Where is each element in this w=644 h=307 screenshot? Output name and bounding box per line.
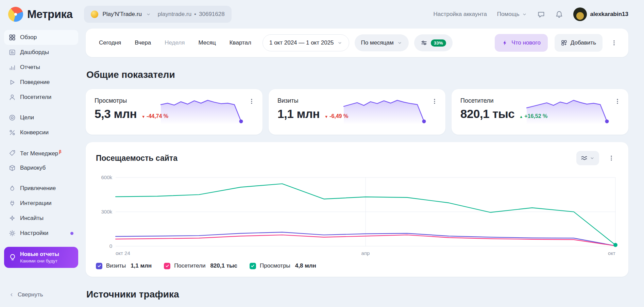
brand-name: Метрика (27, 8, 72, 21)
sidebar-item-label: Настройки (20, 230, 48, 237)
sidebar-item-behavior[interactable]: Поведение (4, 75, 78, 90)
chart-menu-button[interactable] (605, 151, 618, 165)
svg-text:окт: окт (608, 250, 615, 256)
add-widget-button[interactable]: Добавить (555, 34, 603, 52)
bell-icon[interactable] (555, 11, 563, 18)
date-range-picker[interactable]: 1 окт 2024 — 1 окт 2025 (262, 34, 349, 51)
checkbox-checked-icon[interactable] (250, 263, 256, 269)
sidebar-item-attraction[interactable]: Привлечение (4, 181, 78, 196)
kebab-icon (249, 98, 255, 104)
toolbar: Сегодня Вчера Неделя Месяц Квартал 1 окт… (86, 29, 628, 57)
kebab-icon (614, 98, 621, 104)
sidebar-item-tag-manager[interactable]: Тег Менеджерβ (4, 146, 78, 160)
card-menu-button[interactable] (428, 95, 441, 108)
help-menu[interactable]: Помощь (497, 11, 527, 18)
sidebar-item-insights[interactable]: Инсайты (4, 211, 78, 226)
period-week-button[interactable]: Неделя (159, 36, 190, 50)
sparkline-chart (158, 98, 243, 125)
sidebar-item-integrations[interactable]: Интеграции (4, 196, 78, 211)
sidebar-item-conversions[interactable]: Конверсии (4, 125, 78, 140)
new-reports-banner[interactable]: Новые отчеты Какими они будут (4, 247, 78, 268)
metric-card-views[interactable]: Просмотры 5,3 млн ▼ -44,74 % (86, 89, 262, 135)
period-yesterday-button[interactable]: Вчера (129, 36, 157, 50)
chart-title: Посещаемость сайта (96, 154, 177, 163)
collapse-sidebar-button[interactable]: Свернуть (4, 288, 78, 302)
checkbox-checked-icon[interactable] (164, 263, 170, 269)
whats-new-button[interactable]: Что нового (495, 34, 548, 52)
traffic-chart-card: Посещаемость сайта 600k300k0окт 24апрокт… (86, 142, 628, 277)
whats-new-label: Что нового (511, 39, 541, 46)
metric-card-visits[interactable]: Визиты 1,1 млн ▼ -6,49 % (269, 89, 445, 135)
kebab-icon (608, 155, 614, 161)
period-month-button[interactable]: Месяц (192, 36, 221, 50)
check-icon (165, 264, 169, 268)
sidebar-item-goals[interactable]: Цели (4, 110, 78, 125)
chevron-down-icon (337, 40, 342, 46)
svg-text:600k: 600k (101, 174, 112, 180)
date-range-value: 1 окт 2024 — 1 окт 2025 (269, 39, 334, 46)
metrica-logo-icon (8, 7, 23, 22)
sidebar-item-settings[interactable]: Настройки (4, 226, 78, 241)
toolbar-more-button[interactable] (607, 36, 621, 50)
user-menu[interactable]: alexkarabin13 (573, 7, 628, 21)
bar-chart-icon (9, 64, 16, 71)
card-menu-button[interactable] (611, 95, 624, 108)
chevron-down-icon (397, 40, 402, 46)
collapse-label: Свернуть (18, 291, 43, 298)
percent-icon (9, 129, 16, 136)
sidebar-item-label: Цели (20, 114, 34, 121)
legend-item-visitors[interactable]: Посетители 820,1 тыс (164, 262, 237, 269)
sidebar-item-dashboards[interactable]: Дашборды (4, 45, 78, 60)
lightning-icon (502, 40, 508, 46)
tag-icon (9, 150, 16, 156)
period-quarter-button[interactable]: Квартал (224, 36, 257, 50)
chart-type-button[interactable] (576, 151, 599, 165)
sidebar-item-label: Посетители (20, 94, 51, 101)
chevron-down-icon (522, 12, 527, 17)
plug-icon (9, 200, 16, 207)
chevron-down-icon (146, 12, 151, 17)
main-content: Сегодня Вчера Неделя Месяц Квартал 1 окт… (82, 29, 644, 307)
sidebar: Обзор Дашборды Отчеты Поведение Посетите… (0, 29, 82, 307)
card-menu-button[interactable] (245, 95, 258, 108)
sidebar-item-visitors[interactable]: Посетители (4, 90, 78, 105)
metric-card-visitors[interactable]: Посетители 820,1 тыс ▲ +16,52 % (452, 89, 628, 135)
sidebar-item-variocube[interactable]: Вариокуб (4, 160, 78, 175)
sidebar-item-reports[interactable]: Отчеты (4, 60, 78, 75)
beta-badge: β (59, 149, 61, 154)
legend-value: 1,1 млн (131, 262, 152, 269)
legend-item-visits[interactable]: Визиты 1,1 млн (96, 262, 152, 269)
topbar-right: Настройка аккаунта Помощь alexkarabin13 (434, 7, 628, 21)
grouping-select[interactable]: По месяцам (355, 34, 409, 51)
sidebar-item-overview[interactable]: Обзор (4, 30, 78, 45)
kebab-icon (611, 40, 617, 46)
kebab-icon (431, 98, 438, 104)
sampling-button[interactable]: 33% (414, 34, 453, 51)
svg-text:300k: 300k (101, 209, 112, 215)
grid-icon (9, 34, 16, 41)
traffic-sources-title: Источники трафика (86, 289, 628, 300)
username: alexkarabin13 (590, 11, 628, 18)
add-widget-icon (561, 40, 567, 46)
sidebar-item-label: Поведение (20, 79, 50, 86)
sidebar-item-label: Интеграции (20, 200, 52, 207)
dashboards-icon (9, 49, 16, 56)
metric-value: 1,1 млн (277, 107, 320, 121)
check-icon (97, 264, 101, 268)
brand[interactable]: Метрика (8, 7, 72, 22)
metric-cards-row: Просмотры 5,3 млн ▼ -44,74 % Визиты 1,1 … (86, 89, 628, 135)
delta-arrow-icon: ▲ (519, 115, 523, 119)
legend-item-views[interactable]: Просмотры 4,8 млн (250, 262, 316, 269)
site-selector[interactable]: Play'N'Trade.ru playntrade.ru • 30691628 (84, 6, 231, 23)
checkbox-checked-icon[interactable] (96, 263, 102, 269)
chat-icon[interactable] (537, 11, 545, 18)
sidebar-item-label: Конверсии (20, 129, 49, 136)
sampling-badge: 33% (431, 39, 446, 47)
account-settings-link[interactable]: Настройка аккаунта (434, 11, 487, 18)
period-today-button[interactable]: Сегодня (93, 36, 127, 50)
site-domain: playntrade.ru (158, 11, 191, 18)
notification-dot (70, 232, 73, 235)
add-label: Добавить (571, 39, 596, 46)
chevron-left-icon (9, 292, 14, 297)
chevron-down-icon (590, 156, 595, 161)
